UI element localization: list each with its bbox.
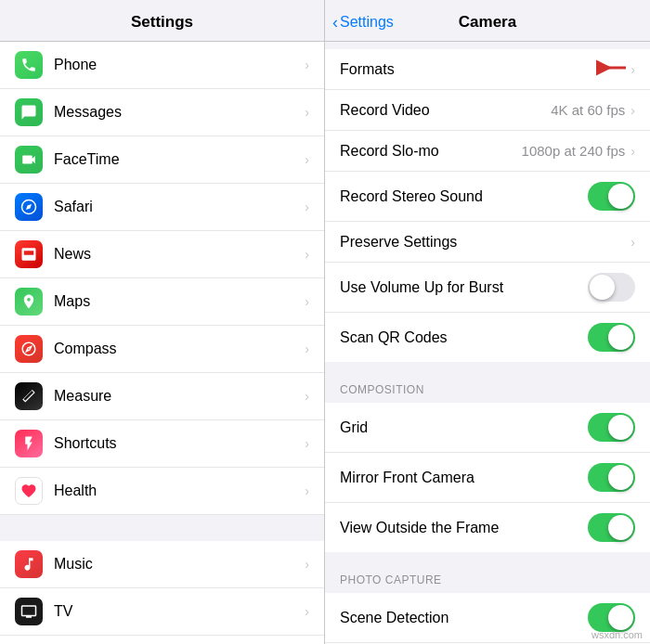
maps-icon: [15, 288, 43, 316]
record-video-value: 4K at 60 fps: [551, 102, 625, 118]
formats-chevron: ›: [630, 62, 635, 77]
messages-chevron: ›: [305, 105, 309, 120]
formats-row[interactable]: Formats ›: [325, 49, 650, 90]
settings-group-1: Phone › Messages › FaceTime ›: [0, 42, 324, 515]
camera-settings-content: Formats › Record Video 4K at 60 fps › Re…: [325, 42, 650, 644]
mirror-front-toggle[interactable]: [588, 463, 635, 492]
sidebar-item-music[interactable]: Music ›: [0, 541, 324, 588]
record-stereo-toggle[interactable]: [588, 182, 635, 211]
music-icon: [15, 550, 43, 578]
maps-chevron: ›: [305, 294, 309, 309]
news-icon: [15, 240, 43, 268]
shortcuts-icon: [15, 430, 43, 457]
scan-qr-knob: [608, 325, 633, 350]
sidebar-item-photos[interactable]: Photos ›: [0, 636, 324, 644]
safari-icon: [15, 193, 43, 221]
settings-group-2: Music › TV › Photos › C: [0, 541, 324, 644]
music-chevron: ›: [305, 557, 309, 572]
settings-list: Phone › Messages › FaceTime ›: [0, 42, 324, 644]
phone-label: Phone: [54, 57, 305, 73]
record-video-row[interactable]: Record Video 4K at 60 fps ›: [325, 90, 650, 131]
scan-qr-label: Scan QR Codes: [340, 329, 588, 346]
composition-label-row: COMPOSITION: [325, 362, 650, 403]
health-icon: [15, 477, 43, 505]
compass-icon: [15, 335, 43, 363]
measure-chevron: ›: [305, 389, 309, 404]
sidebar-item-shortcuts[interactable]: Shortcuts ›: [0, 420, 324, 468]
scan-qr-toggle[interactable]: [588, 323, 635, 352]
record-video-chevron: ›: [630, 103, 635, 118]
sidebar-item-messages[interactable]: Messages ›: [0, 89, 324, 136]
measure-label: Measure: [54, 388, 305, 405]
back-button[interactable]: ‹ Settings: [332, 13, 394, 32]
view-outside-knob: [608, 515, 633, 540]
sidebar-item-compass[interactable]: Compass ›: [0, 326, 324, 373]
camera-main-section: Formats › Record Video 4K at 60 fps › Re…: [325, 49, 650, 362]
safari-chevron: ›: [305, 200, 309, 214]
formats-red-arrow: [596, 58, 628, 82]
preserve-settings-row[interactable]: Preserve Settings ›: [325, 222, 650, 263]
messages-label: Messages: [54, 104, 305, 121]
shortcuts-label: Shortcuts: [54, 435, 305, 452]
tv-icon: [15, 598, 43, 625]
back-chevron-icon: ‹: [332, 13, 338, 32]
scene-detection-toggle[interactable]: [588, 603, 635, 632]
news-chevron: ›: [305, 247, 309, 262]
view-outside-row: View Outside the Frame: [325, 503, 650, 552]
sidebar-item-news[interactable]: News ›: [0, 231, 324, 278]
grid-toggle[interactable]: [588, 413, 635, 442]
volume-burst-label: Use Volume Up for Burst: [340, 279, 588, 296]
grid-label: Grid: [340, 419, 588, 436]
record-video-label: Record Video: [340, 102, 551, 119]
settings-title: Settings: [131, 13, 193, 31]
compass-label: Compass: [54, 341, 305, 357]
record-stereo-label: Record Stereo Sound: [340, 188, 588, 205]
left-panel-header: Settings: [0, 0, 324, 42]
right-panel-header: ‹ Settings Camera: [325, 0, 650, 42]
sidebar-item-facetime[interactable]: FaceTime ›: [0, 136, 324, 184]
sidebar-item-maps[interactable]: Maps ›: [0, 278, 324, 326]
svg-marker-1: [26, 204, 32, 210]
photo-capture-label-row: PHOTO CAPTURE: [325, 552, 650, 593]
tv-chevron: ›: [305, 604, 309, 619]
health-chevron: ›: [305, 483, 309, 498]
sidebar-item-measure[interactable]: Measure ›: [0, 373, 324, 420]
record-slomo-label: Record Slo-mo: [340, 143, 522, 160]
music-label: Music: [54, 556, 305, 573]
scene-detection-label: Scene Detection: [340, 610, 588, 626]
record-stereo-row: Record Stereo Sound: [325, 172, 650, 222]
right-panel: ‹ Settings Camera Formats › Record Video: [325, 0, 650, 644]
view-outside-toggle[interactable]: [588, 513, 635, 542]
view-outside-label: View Outside the Frame: [340, 520, 588, 536]
scene-detection-knob: [608, 605, 633, 630]
preserve-settings-chevron: ›: [630, 235, 635, 250]
back-label: Settings: [340, 14, 394, 31]
sidebar-item-tv[interactable]: TV ›: [0, 588, 324, 636]
sidebar-item-safari[interactable]: Safari ›: [0, 184, 324, 231]
grid-row: Grid: [325, 403, 650, 453]
sidebar-item-phone[interactable]: Phone ›: [0, 42, 324, 89]
record-stereo-knob: [608, 184, 633, 209]
sidebar-item-health[interactable]: Health ›: [0, 468, 324, 515]
measure-icon: [15, 382, 43, 410]
phone-chevron: ›: [305, 58, 309, 72]
top-gap: [325, 42, 650, 49]
scan-qr-row: Scan QR Codes: [325, 313, 650, 362]
phone-icon: [15, 51, 43, 79]
facetime-icon: [15, 146, 43, 174]
facetime-chevron: ›: [305, 152, 309, 167]
composition-label: COMPOSITION: [340, 383, 424, 396]
camera-page-title: Camera: [459, 13, 516, 32]
health-label: Health: [54, 483, 305, 499]
composition-section: Grid Mirror Front Camera View Outside th…: [325, 403, 650, 552]
record-slomo-value: 1080p at 240 fps: [522, 143, 626, 159]
mirror-front-label: Mirror Front Camera: [340, 470, 588, 486]
formats-label: Formats: [340, 61, 630, 78]
section-separator-1: [0, 515, 324, 541]
volume-burst-toggle[interactable]: [588, 273, 635, 302]
watermark: wsxdn.com: [592, 629, 643, 640]
mirror-front-row: Mirror Front Camera: [325, 453, 650, 503]
record-slomo-row[interactable]: Record Slo-mo 1080p at 240 fps ›: [325, 131, 650, 172]
photo-capture-label: PHOTO CAPTURE: [340, 573, 442, 586]
grid-knob: [608, 415, 633, 440]
